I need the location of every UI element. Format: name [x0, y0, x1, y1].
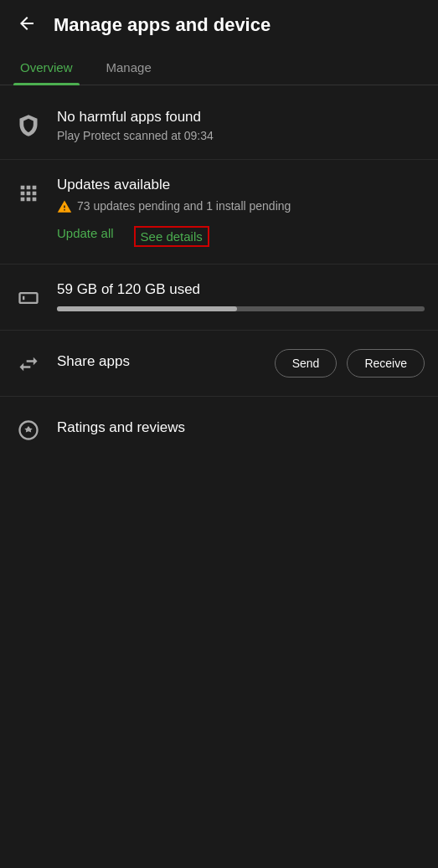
apps-icon	[13, 178, 44, 208]
updates-warning-text: 73 updates pending and 1 install pending	[77, 198, 291, 215]
see-details-link[interactable]: See details	[134, 226, 209, 247]
back-button[interactable]	[13, 10, 40, 40]
play-protect-content: No harmful apps found Play Protect scann…	[57, 109, 425, 142]
header: Manage apps and device	[0, 0, 438, 50]
share-buttons: Send Receive	[275, 349, 425, 378]
content: No harmful apps found Play Protect scann…	[0, 85, 438, 469]
receive-button[interactable]: Receive	[347, 349, 425, 378]
update-all-link[interactable]: Update all	[57, 226, 114, 247]
tab-overview[interactable]: Overview	[13, 50, 80, 85]
play-protect-section: No harmful apps found Play Protect scann…	[0, 92, 438, 160]
action-links: Update all See details	[57, 226, 425, 247]
updates-section: Updates available 73 updates pending and…	[0, 160, 438, 265]
shield-icon	[13, 110, 44, 141]
storage-icon	[13, 283, 44, 313]
ratings-icon	[13, 415, 44, 445]
page-title: Manage apps and device	[54, 14, 271, 36]
share-icon	[13, 349, 44, 379]
updates-content: Updates available 73 updates pending and…	[57, 177, 425, 247]
tab-manage[interactable]: Manage	[100, 50, 158, 85]
updates-warning: 73 updates pending and 1 install pending	[57, 198, 425, 218]
tabs: Overview Manage	[0, 50, 438, 85]
ratings-title: Ratings and reviews	[57, 419, 185, 436]
send-button[interactable]: Send	[275, 349, 338, 378]
share-apps-title: Share apps	[57, 353, 130, 370]
storage-bar-container	[57, 306, 425, 311]
storage-bar-fill	[57, 306, 237, 311]
storage-content: 59 GB of 120 GB used	[57, 281, 425, 311]
play-protect-title: No harmful apps found	[57, 109, 425, 126]
ratings-section: Ratings and reviews	[0, 397, 438, 462]
storage-title: 59 GB of 120 GB used	[57, 281, 425, 298]
storage-section: 59 GB of 120 GB used	[0, 265, 438, 331]
warning-icon	[57, 199, 72, 218]
updates-title: Updates available	[57, 177, 425, 193]
play-protect-subtitle: Play Protect scanned at 09:34	[57, 129, 425, 142]
share-apps-section: Share apps Send Receive	[0, 331, 438, 397]
